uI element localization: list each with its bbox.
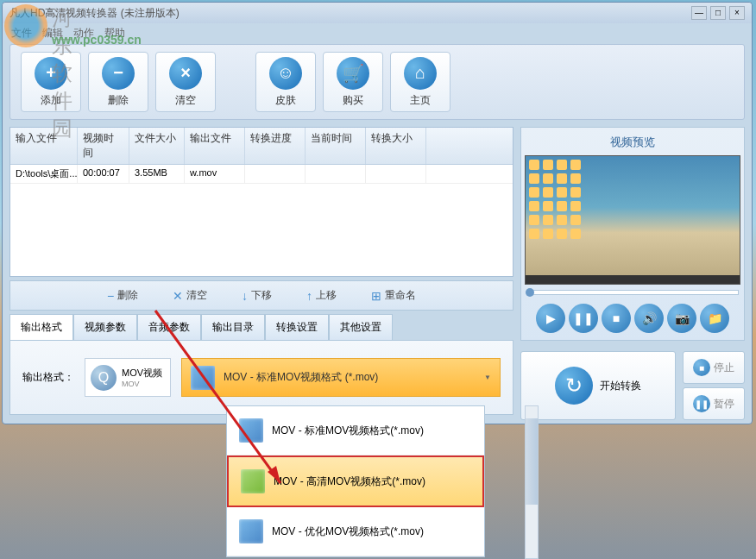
buy-button[interactable]: 🛒 购买: [323, 52, 383, 112]
output-section: 输出格式： Q MOV视频 MOV MOV - 标准MOV视频格式 (*.mov…: [9, 340, 513, 415]
minus-icon: −: [102, 57, 135, 90]
dropdown-scrollbar[interactable]: [525, 405, 539, 559]
maximize-button[interactable]: □: [710, 6, 726, 20]
table-row[interactable]: D:\tools\桌面... 00:00:07 3.55MB w.mov: [10, 165, 513, 184]
chevron-down-icon: ▼: [484, 374, 491, 381]
preview-title: 视频预览: [525, 131, 740, 154]
th-current[interactable]: 当前时间: [306, 128, 366, 164]
table-header: 输入文件 视频时间 文件大小 输出文件 转换进度 当前时间 转换大小: [10, 128, 513, 165]
th-progress[interactable]: 转换进度: [245, 128, 306, 164]
minimize-button[interactable]: —: [691, 6, 707, 20]
snapshot-button[interactable]: 📷: [667, 304, 696, 333]
arrow-down-icon: ↓: [242, 289, 248, 303]
plus-icon: +: [35, 57, 67, 90]
box-icon: [239, 418, 263, 443]
dropdown-option-hd[interactable]: MOV - 高清MOV视频格式(*.mov): [227, 455, 484, 507]
preview-screen[interactable]: [525, 155, 740, 285]
dropdown-option-standard[interactable]: MOV - 标准MOV视频格式(*.mov): [227, 406, 484, 455]
tab-dir[interactable]: 输出目录: [201, 314, 265, 340]
stop-icon: ■: [693, 359, 710, 376]
action-delete[interactable]: −删除: [107, 288, 138, 303]
stop-button[interactable]: ■: [602, 304, 631, 333]
window-controls: — □ ×: [691, 6, 745, 20]
th-input[interactable]: 输入文件: [10, 128, 78, 164]
format-dropdown[interactable]: MOV - 标准MOV视频格式 (*.mov) ▼: [181, 358, 501, 397]
skin-button[interactable]: ☺ 皮肤: [255, 52, 316, 112]
dropdown-option-optimized[interactable]: MOV - 优化MOV视频格式(*.mov): [227, 507, 484, 556]
th-time[interactable]: 视频时间: [78, 128, 129, 164]
tab-video[interactable]: 视频参数: [73, 314, 137, 340]
th-conv[interactable]: 转换大小: [366, 128, 426, 164]
th-output[interactable]: 输出文件: [185, 128, 245, 164]
seek-handle[interactable]: [526, 288, 534, 297]
preview-section: 视频预览 ▶ ❚❚: [520, 127, 745, 341]
seek-bar[interactable]: [526, 290, 739, 295]
menubar: 文件 编辑 动作 帮助: [3, 23, 752, 41]
tab-format[interactable]: 输出格式: [9, 314, 73, 340]
taskbar: [526, 275, 740, 284]
settings-tabs: 输出格式 视频参数 音频参数 输出目录 转换设置 其他设置: [9, 314, 513, 340]
refresh-icon: ↻: [555, 367, 593, 405]
minus-small-icon: −: [107, 289, 114, 303]
convert-section: ↻ 开始转换 ■ 停止 ❚❚ 暂停: [520, 351, 745, 420]
pause-button[interactable]: ❚❚: [569, 304, 598, 333]
menu-action[interactable]: 动作: [73, 26, 94, 38]
pause-convert-button[interactable]: ❚❚ 暂停: [683, 387, 745, 420]
tab-convert[interactable]: 转换设置: [265, 314, 329, 340]
menu-help[interactable]: 帮助: [104, 26, 125, 38]
window-title: 凡人HD高清视频转换器 (未注册版本): [9, 6, 691, 21]
delete-button[interactable]: − 删除: [88, 52, 148, 112]
volume-button[interactable]: 🔊: [634, 304, 664, 333]
format-selector[interactable]: Q MOV视频 MOV: [85, 358, 171, 397]
stop-convert-button[interactable]: ■ 停止: [683, 351, 745, 384]
smile-icon: ☺: [269, 57, 302, 90]
add-button[interactable]: + 添加: [21, 52, 81, 112]
start-convert-button[interactable]: ↻ 开始转换: [520, 351, 676, 420]
output-label: 输出格式：: [22, 370, 74, 385]
x-icon: ×: [169, 57, 202, 90]
box-icon: [239, 519, 263, 543]
menu-edit[interactable]: 编辑: [42, 26, 63, 38]
home-button[interactable]: ⌂ 主页: [390, 52, 450, 112]
play-button[interactable]: ▶: [536, 304, 565, 333]
box-green-icon: [241, 469, 265, 493]
cart-icon: 🛒: [337, 57, 369, 90]
file-table: 输入文件 视频时间 文件大小 输出文件 转换进度 当前时间 转换大小 D:\to…: [9, 127, 513, 277]
toolbar: + 添加 − 删除 × 清空 ☺ 皮肤 🛒 购买 ⌂ 主页: [9, 44, 745, 120]
tab-audio[interactable]: 音频参数: [137, 314, 201, 340]
open-button[interactable]: 📁: [700, 304, 729, 333]
menu-file[interactable]: 文件: [11, 26, 32, 38]
close-button[interactable]: ×: [729, 6, 745, 20]
action-down[interactable]: ↓下移: [242, 288, 272, 303]
clear-button[interactable]: × 清空: [155, 52, 216, 112]
x-small-icon: ✕: [173, 289, 183, 303]
desktop-icons: [529, 160, 581, 239]
action-rename[interactable]: ⊞重命名: [371, 288, 416, 303]
format-dropdown-list: MOV - 标准MOV视频格式(*.mov) MOV - 高清MOV视频格式(*…: [226, 405, 485, 557]
action-clear[interactable]: ✕清空: [173, 288, 207, 303]
rename-icon: ⊞: [371, 289, 381, 303]
home-icon: ⌂: [404, 57, 437, 90]
action-up[interactable]: ↑上移: [306, 288, 337, 303]
action-bar: −删除 ✕清空 ↓下移 ↑上移 ⊞重命名: [9, 280, 513, 311]
tab-other[interactable]: 其他设置: [329, 314, 393, 340]
titlebar[interactable]: 凡人HD高清视频转换器 (未注册版本) — □ ×: [3, 3, 752, 23]
box-icon: [191, 366, 215, 390]
th-size[interactable]: 文件大小: [129, 128, 185, 164]
arrow-up-icon: ↑: [306, 289, 312, 303]
main-window: 凡人HD高清视频转换器 (未注册版本) — □ × 文件 编辑 动作 帮助 + …: [2, 2, 753, 424]
pause-icon: ❚❚: [693, 395, 710, 412]
player-controls: ▶ ❚❚ ■ 🔊 📷 📁: [525, 300, 740, 336]
scrollbar-thumb[interactable]: [526, 418, 538, 505]
quicktime-icon: Q: [91, 365, 117, 391]
